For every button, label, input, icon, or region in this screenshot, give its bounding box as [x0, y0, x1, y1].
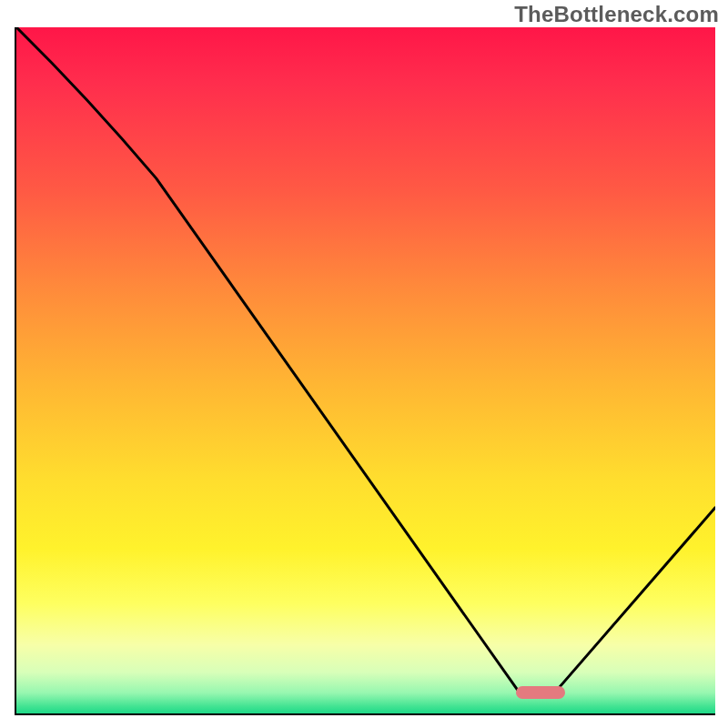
watermark-text: TheBottleneck.com [514, 2, 719, 27]
bottleneck-curve [16, 27, 715, 713]
chart-wrapper: TheBottleneck.com [0, 0, 728, 728]
optimal-marker [516, 686, 565, 699]
plot-area [15, 27, 715, 715]
